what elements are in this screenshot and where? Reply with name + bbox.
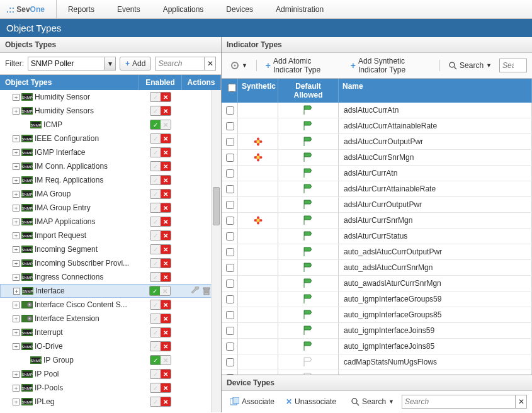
row-checkbox[interactable] bbox=[226, 327, 234, 335]
enabled-toggle[interactable]: ✓✕ bbox=[150, 133, 171, 144]
menu-reports[interactable]: Reports bbox=[57, 0, 106, 18]
enabled-toggle[interactable]: ✓✕ bbox=[150, 397, 171, 407]
col-header-default[interactable]: Default Allowed bbox=[278, 79, 339, 103]
tree-row[interactable]: +IM Conn. Applications✓✕ bbox=[0, 159, 221, 173]
col-header-name[interactable]: Object Types bbox=[0, 75, 139, 90]
expand-icon[interactable]: + bbox=[13, 191, 20, 198]
scrollbar[interactable] bbox=[211, 90, 221, 412]
indicator-row[interactable]: auto_igmpInterfaceGroups59 bbox=[222, 291, 532, 307]
chevron-down-icon[interactable]: ▾ bbox=[104, 57, 115, 70]
expand-icon[interactable]: + bbox=[13, 371, 20, 378]
associate-button[interactable]: Associate bbox=[227, 396, 278, 407]
tree-row[interactable]: +IMAP Applications✓✕ bbox=[0, 215, 221, 229]
indicator-row[interactable]: adslAturCurrAtn bbox=[222, 166, 532, 181]
tree-row[interactable]: +IPLeg✓✕ bbox=[0, 395, 221, 409]
indicator-row[interactable]: auto_awadslAturCurrSnrMgn bbox=[222, 276, 532, 291]
indicator-row[interactable]: adslAturCurrStatus bbox=[222, 229, 532, 244]
row-checkbox[interactable] bbox=[226, 358, 234, 366]
row-checkbox[interactable] bbox=[226, 201, 234, 209]
enabled-toggle[interactable]: ✓✕ bbox=[150, 383, 171, 393]
enabled-toggle[interactable]: ✓✕ bbox=[150, 120, 171, 130]
enabled-toggle[interactable]: ✓✕ bbox=[150, 341, 171, 351]
add-atomic-button[interactable]: + Add Atomic Indicator Type bbox=[262, 55, 343, 76]
enabled-toggle[interactable]: ✓✕ bbox=[150, 161, 171, 171]
clear-icon[interactable]: ✕ bbox=[515, 395, 526, 408]
expand-icon[interactable]: + bbox=[13, 274, 20, 281]
expand-icon[interactable]: + bbox=[13, 177, 20, 184]
col-header-checkbox[interactable] bbox=[222, 79, 238, 103]
enabled-toggle[interactable]: ✓✕ bbox=[150, 175, 171, 185]
tree-row[interactable]: ICMP✓✕ bbox=[0, 118, 221, 132]
device-search-box[interactable]: ✕ bbox=[402, 395, 527, 409]
device-search-menu[interactable]: Search ▼ bbox=[348, 396, 398, 407]
enabled-toggle[interactable]: ✓✕ bbox=[149, 286, 171, 296]
enabled-toggle[interactable]: ✓✕ bbox=[150, 106, 171, 116]
menu-devices[interactable]: Devices bbox=[215, 0, 264, 18]
indicator-row[interactable]: auto_adslAtucCurrSnrMgn bbox=[222, 260, 532, 276]
indicator-row[interactable]: auto_igmpInterfaceGroups85 bbox=[222, 307, 532, 323]
enabled-toggle[interactable]: ✓✕ bbox=[150, 189, 171, 199]
enabled-toggle[interactable]: ✓✕ bbox=[150, 327, 171, 337]
enabled-toggle[interactable]: ✓✕ bbox=[150, 355, 171, 365]
tree-row[interactable]: +Humidity Sensors✓✕ bbox=[0, 104, 221, 118]
tree-row[interactable]: +IM Req. Applications✓✕ bbox=[0, 173, 221, 187]
tree-row[interactable]: +IGMP Interface✓✕ bbox=[0, 145, 221, 159]
indicator-row[interactable]: adslAturCurrOutputPwr bbox=[222, 197, 532, 213]
row-checkbox[interactable] bbox=[226, 154, 234, 162]
expand-icon[interactable]: + bbox=[13, 218, 20, 225]
tree-row[interactable]: IP Group✓✕ bbox=[0, 353, 221, 367]
row-checkbox[interactable] bbox=[226, 106, 234, 115]
enabled-toggle[interactable]: ✓✕ bbox=[150, 92, 171, 102]
tree-row[interactable]: +IMA Group✓✕ bbox=[0, 187, 221, 201]
enabled-toggle[interactable]: ✓✕ bbox=[150, 217, 171, 227]
indicator-row[interactable]: adslAtucCurrSnrMgn bbox=[222, 150, 532, 166]
logo[interactable]: .:: SevOne bbox=[0, 0, 57, 18]
col-header-synthetic[interactable]: Synthetic bbox=[238, 79, 278, 103]
filter-input[interactable] bbox=[28, 57, 116, 71]
row-checkbox[interactable] bbox=[226, 122, 234, 130]
tree-row[interactable]: +IEEE Configuration✓✕ bbox=[0, 132, 221, 145]
expand-icon[interactable]: + bbox=[13, 399, 20, 405]
row-checkbox[interactable] bbox=[226, 374, 234, 375]
expand-icon[interactable]: + bbox=[13, 232, 20, 239]
row-checkbox[interactable] bbox=[226, 138, 234, 146]
filter-dropdown[interactable]: ▾ bbox=[28, 57, 116, 71]
enabled-toggle[interactable]: ✓✕ bbox=[150, 258, 171, 268]
tree-row[interactable]: +IO-Drive✓✕ bbox=[0, 339, 221, 353]
device-search-input[interactable] bbox=[402, 395, 527, 409]
tree-row[interactable]: +IMA Group Entry✓✕ bbox=[0, 201, 221, 215]
menu-events[interactable]: Events bbox=[106, 0, 152, 18]
tree-row[interactable]: +IP Pool✓✕ bbox=[0, 367, 221, 381]
tree-row[interactable]: +Interrupt✓✕ bbox=[0, 325, 221, 339]
col-header-enabled[interactable]: Enabled bbox=[139, 75, 182, 90]
tree-row[interactable]: +IP-Pools✓✕ bbox=[0, 381, 221, 395]
expand-icon[interactable]: + bbox=[13, 329, 20, 336]
expand-icon[interactable]: + bbox=[13, 108, 20, 115]
wrench-icon[interactable] bbox=[191, 286, 200, 295]
indicator-row[interactable]: adslAtucCurrOutputPwr bbox=[222, 134, 532, 150]
expand-icon[interactable]: + bbox=[13, 260, 20, 267]
row-checkbox[interactable] bbox=[226, 280, 234, 288]
add-synthetic-button[interactable]: + Add Synthetic Indicator Type bbox=[347, 55, 434, 76]
row-checkbox[interactable] bbox=[226, 185, 234, 193]
clear-icon[interactable]: ✕ bbox=[204, 57, 215, 70]
scrollbar-thumb[interactable] bbox=[213, 187, 220, 225]
add-button[interactable]: + Add bbox=[120, 57, 151, 71]
enabled-toggle[interactable]: ✓✕ bbox=[150, 300, 171, 310]
row-checkbox[interactable] bbox=[226, 295, 234, 303]
expand-icon[interactable]: + bbox=[13, 135, 20, 142]
expand-icon[interactable]: + bbox=[13, 302, 20, 308]
right-search[interactable] bbox=[499, 59, 527, 72]
unassociate-button[interactable]: ✕ Unassociate bbox=[282, 396, 340, 407]
indicator-row[interactable]: adslAturCurrAttainableRate bbox=[222, 181, 532, 197]
indicator-row[interactable]: adslAtucCurrAtn bbox=[222, 103, 532, 118]
indicator-row[interactable]: auto_igmpInterfaceJoins59 bbox=[222, 323, 532, 339]
row-checkbox[interactable] bbox=[226, 311, 234, 319]
indicator-row[interactable]: adslAturCurrSnrMgn bbox=[222, 213, 532, 229]
indicator-row[interactable]: cadMapStatsNumUgsFlows bbox=[222, 354, 532, 370]
tree-row[interactable]: +Import Request✓✕ bbox=[0, 229, 221, 242]
indicator-row[interactable]: cadUpChannelAvgUGSLastFiveMins bbox=[222, 370, 532, 375]
row-checkbox[interactable] bbox=[226, 248, 234, 256]
enabled-toggle[interactable]: ✓✕ bbox=[150, 230, 171, 240]
expand-icon[interactable]: + bbox=[13, 343, 20, 350]
